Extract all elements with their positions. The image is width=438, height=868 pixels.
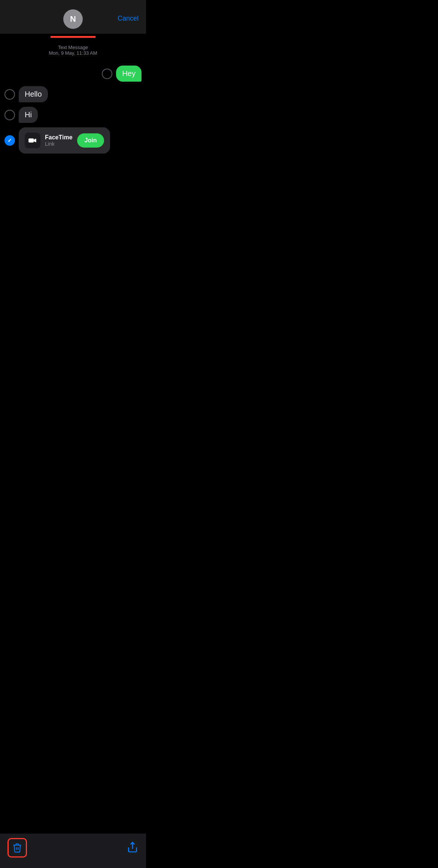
- select-circle-msg4[interactable]: ✓: [4, 135, 15, 146]
- incoming-bubble-hi: Hi: [19, 107, 38, 123]
- timestamp-date: Mon, 9 May, 11:33 AM: [0, 50, 146, 56]
- facetime-video-icon: [25, 133, 40, 148]
- svg-rect-0: [28, 139, 34, 143]
- facetime-sub: Link: [45, 141, 73, 147]
- message-row: ✓ FaceTime Link Join: [0, 125, 146, 156]
- avatar: N: [63, 9, 83, 29]
- cancel-button[interactable]: Cancel: [118, 15, 139, 22]
- outgoing-bubble-hey: Hey: [116, 66, 142, 82]
- messages-list: Hey Hello Hi ✓ FaceTime L: [0, 60, 146, 163]
- message-row: Hello: [0, 84, 146, 105]
- video-camera-icon: [28, 136, 37, 145]
- message-type-label: Text Message: [0, 45, 146, 50]
- header: N Cancel: [0, 0, 146, 34]
- facetime-text: FaceTime Link: [45, 134, 73, 147]
- select-circle-msg3[interactable]: [4, 110, 15, 120]
- facetime-bubble: FaceTime Link Join: [19, 127, 110, 154]
- select-circle-msg1[interactable]: [102, 69, 112, 79]
- incoming-bubble-hello: Hello: [19, 86, 48, 102]
- select-circle-msg2[interactable]: [4, 89, 15, 100]
- facetime-title: FaceTime: [45, 134, 73, 141]
- facetime-join-button[interactable]: Join: [77, 133, 104, 148]
- message-row: Hey: [0, 63, 146, 84]
- checkmark-icon: ✓: [7, 138, 12, 143]
- timestamp-section: Text Message Mon, 9 May, 11:33 AM: [0, 38, 146, 60]
- message-row: Hi: [0, 105, 146, 125]
